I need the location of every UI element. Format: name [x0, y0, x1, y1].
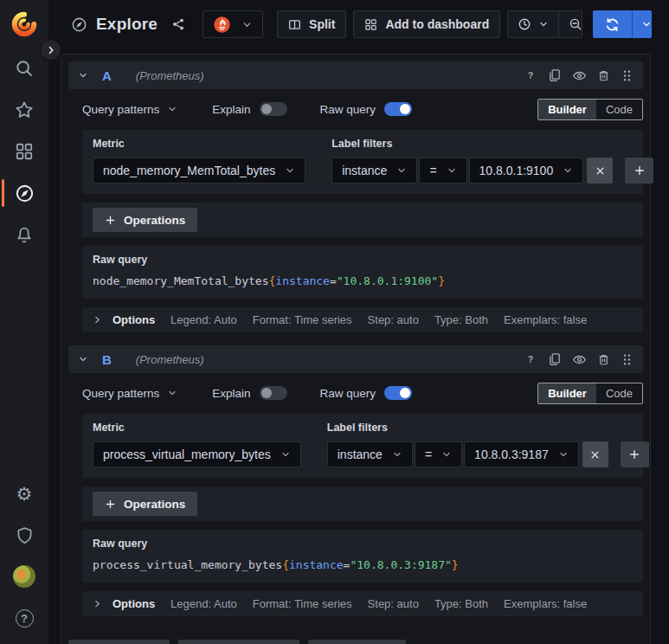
query-options-row[interactable]: Options Legend: Auto Format: Time series… — [82, 591, 643, 616]
search-icon — [15, 59, 34, 78]
explain-toggle[interactable] — [260, 102, 287, 116]
apps-grid-icon — [364, 18, 377, 31]
add-query-button[interactable]: Add query — [68, 640, 170, 644]
duplicate-query-icon[interactable] — [548, 68, 562, 82]
delete-query-trash-icon[interactable] — [597, 69, 610, 82]
chevron-down-icon — [241, 19, 253, 30]
query-patterns-button[interactable]: Query patterns — [82, 387, 177, 400]
sidebar-item-starred[interactable] — [0, 89, 48, 131]
add-filter-button[interactable] — [625, 158, 653, 184]
raw-query-toggle[interactable] — [384, 102, 412, 116]
clock-icon — [518, 17, 531, 31]
metric-select[interactable]: process_virtual_memory_bytes — [93, 441, 301, 467]
sidebar-item-server-admin[interactable] — [0, 514, 48, 556]
main-area: Explore — [48, 0, 669, 644]
raw-query-title: Raw query — [93, 538, 633, 550]
query-editor-card: A (Prometheus) ? — [61, 54, 651, 644]
add-filter-button[interactable] — [621, 441, 649, 467]
add-operations-button[interactable]: Operations — [93, 492, 197, 516]
query-patterns-button[interactable]: Query patterns — [82, 103, 177, 116]
sidebar-item-help[interactable]: ? — [0, 597, 48, 639]
time-picker-group — [507, 10, 582, 38]
sidebar-item-explore[interactable] — [0, 172, 48, 214]
builder-mode-button[interactable]: Builder — [538, 383, 596, 403]
add-to-dashboard-label: Add to dashboard — [385, 17, 489, 31]
query-datasource-label: (Prometheus) — [136, 69, 204, 82]
drag-handle-icon[interactable] — [621, 69, 634, 82]
zoom-out-button[interactable] — [559, 11, 582, 37]
sidebar-expand-button[interactable] — [40, 39, 61, 61]
query-row-a: A (Prometheus) ? — [68, 61, 643, 340]
add-to-dashboard-button[interactable]: Add to dashboard — [353, 10, 500, 38]
explore-toolbar: Explore — [48, 0, 669, 48]
code-mode-button[interactable]: Code — [596, 383, 642, 403]
explain-label: Explain — [212, 103, 250, 116]
query-help-icon[interactable]: ? — [524, 352, 537, 366]
split-icon — [288, 18, 301, 31]
label-filters-label: Label filters — [327, 422, 649, 434]
bell-icon — [15, 225, 34, 244]
sidebar-item-alerting[interactable] — [0, 214, 48, 255]
query-help-icon[interactable]: ? — [524, 68, 537, 82]
filter-label-select[interactable]: instance — [331, 158, 417, 184]
filter-operator-select[interactable]: = — [419, 158, 466, 184]
split-button[interactable]: Split — [277, 10, 346, 38]
query-row-b: B (Prometheus) ? — [68, 345, 643, 624]
operations-label: Operations — [124, 214, 185, 227]
filter-value-select[interactable]: 10.8.0.1:9100 — [469, 158, 584, 184]
filter-operator-select[interactable]: = — [415, 441, 462, 467]
drag-handle-icon[interactable] — [621, 353, 634, 366]
chevron-down-icon — [285, 165, 295, 176]
chevron-down-icon — [167, 388, 177, 398]
remove-filter-button[interactable] — [582, 441, 608, 467]
query-row-header[interactable]: A (Prometheus) ? — [68, 61, 643, 89]
datasource-picker[interactable] — [203, 10, 263, 38]
raw-query-toggle[interactable] — [384, 386, 412, 400]
sidebar-item-dashboards[interactable] — [0, 131, 48, 172]
metric-field: Metric node_memory_MemTotal_bytes — [93, 138, 306, 184]
disable-query-eye-icon[interactable] — [572, 68, 587, 83]
label-filters-label: Label filters — [331, 138, 653, 150]
options-format: Format: Time series — [253, 313, 352, 326]
chevron-down-icon — [441, 449, 452, 460]
inspector-button[interactable]: i Inspector — [308, 640, 407, 644]
raw-metric: process_virtual_memory_bytes — [93, 558, 282, 571]
builder-mode-button[interactable]: Builder — [538, 100, 596, 119]
code-mode-button[interactable]: Code — [596, 100, 642, 119]
add-operations-button[interactable]: Operations — [93, 208, 197, 232]
run-options-chevron[interactable] — [632, 10, 652, 38]
filter-operator-value: = — [425, 448, 432, 461]
sidebar-item-user-profile[interactable] — [0, 556, 48, 597]
disable-query-eye-icon[interactable] — [572, 352, 587, 367]
editor-mode-switch: Builder Code — [537, 383, 643, 404]
filter-label-select[interactable]: instance — [327, 441, 413, 467]
sidebar-nav-top — [0, 48, 48, 255]
metric-label: Metric — [93, 138, 306, 150]
options-step: Step: auto — [368, 313, 419, 326]
query-history-button[interactable]: Query history — [178, 640, 299, 644]
grafana-logo-icon[interactable] — [11, 11, 37, 37]
dashboards-grid-icon — [15, 142, 34, 161]
raw-close-brace: } — [438, 274, 445, 287]
chevron-right-icon — [93, 599, 102, 609]
query-options-row[interactable]: Options Legend: Auto Format: Time series… — [82, 307, 643, 332]
refresh-button[interactable] — [593, 10, 632, 38]
plus-icon — [105, 215, 116, 226]
remove-filter-button[interactable] — [587, 158, 613, 184]
explain-label: Explain — [212, 387, 250, 400]
editor-mode-switch: Builder Code — [537, 99, 643, 120]
chevron-down-icon — [447, 165, 457, 176]
options-legend: Legend: Auto — [170, 313, 237, 326]
explain-toggle[interactable] — [260, 386, 287, 400]
sidebar-item-configuration[interactable]: ⚙ — [0, 473, 48, 514]
metric-select[interactable]: node_memory_MemTotal_bytes — [93, 158, 306, 184]
delete-query-trash-icon[interactable] — [597, 353, 610, 366]
duplicate-query-icon[interactable] — [548, 352, 562, 366]
options-type: Type: Both — [434, 313, 488, 326]
share-icon[interactable] — [171, 17, 185, 31]
time-picker-button[interactable] — [508, 11, 559, 37]
query-row-header[interactable]: B (Prometheus) ? — [68, 345, 643, 373]
label-filters-field: Label filters instance — [327, 422, 649, 467]
filter-value-select[interactable]: 10.8.0.3:9187 — [464, 441, 579, 467]
prometheus-datasource-icon — [213, 16, 231, 34]
